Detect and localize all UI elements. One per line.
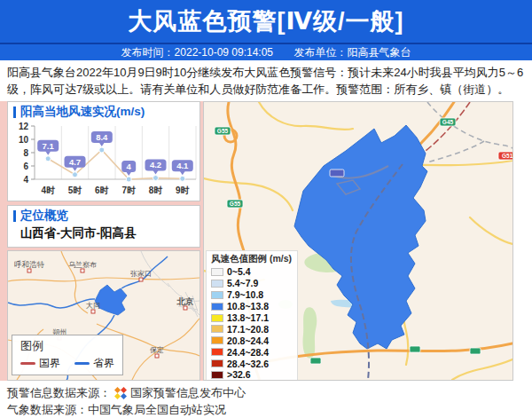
- svg-text:4: 4: [127, 162, 132, 171]
- data-source-line2: 气象数据来源：中国气象局全国自动站实况: [7, 401, 532, 418]
- city-label: 呼和浩特: [14, 260, 45, 269]
- svg-text:8: 8: [23, 148, 28, 158]
- map-legend-title: 图例: [20, 338, 114, 354]
- legend-swatch: [211, 359, 223, 367]
- chart-title: 阳高当地风速实况(m/s): [20, 104, 145, 120]
- legend-label: 国界: [39, 356, 60, 371]
- svg-text:4.2: 4.2: [150, 160, 161, 170]
- road-shield-label: G45: [442, 119, 454, 125]
- legend-range-label: 10.8~13.8: [227, 301, 269, 312]
- svg-text:5时: 5时: [68, 185, 82, 195]
- svg-text:4.1: 4.1: [176, 161, 189, 170]
- legend-range-label: 20.8~24.4: [227, 335, 269, 346]
- location-value: 山西省-大同市-阳高县: [8, 223, 200, 245]
- legend-swatch: [211, 314, 223, 322]
- wind-legend-title: 风速色值图例 (m/s): [211, 253, 293, 265]
- wind-legend-item: 10.8~13.8: [211, 301, 293, 312]
- map-legend: 图例 国界省界: [12, 335, 123, 375]
- footer: 预警信息数据来源： 国家预警信息发布中心 气象数据来源：中国气象局全国自动站实况: [0, 381, 532, 418]
- legend-range-label: 5.4~7.9: [227, 278, 258, 288]
- svg-text:4.7: 4.7: [69, 157, 81, 167]
- legend-label: 省界: [93, 356, 114, 371]
- city-marker: [155, 354, 159, 358]
- chart-header: 阳高当地风速实况(m/s): [8, 102, 200, 119]
- legend-range-label: 7.9~10.8: [227, 289, 263, 300]
- wind-legend-item: 20.8~24.4: [211, 335, 293, 346]
- city-marker: [81, 269, 84, 272]
- location-header: 定位概览: [8, 206, 200, 223]
- legend-swatch: [211, 280, 223, 288]
- city-label: 张家口: [130, 270, 152, 278]
- publish-unit-value: 阳高县气象台: [347, 46, 411, 59]
- svg-text:9时: 9时: [176, 185, 190, 195]
- svg-text:10: 10: [19, 135, 29, 145]
- legend-swatch: [211, 371, 223, 379]
- wind-legend-rows: 0~5.45.4~7.97.9~10.810.8~13.813.8~17.117…: [211, 266, 293, 381]
- boundary-legend-item: 国界: [20, 356, 60, 371]
- location-title: 定位概览: [20, 208, 68, 224]
- publish-time: 发布时间：2022-10-09 09:14:05: [121, 46, 273, 59]
- road-shield-label: G55: [217, 128, 229, 134]
- wind-speed-line-chart: 46810127.14时4.75时8.46时47时4.28时4.19时: [8, 119, 200, 201]
- svg-text:8时: 8时: [149, 185, 163, 195]
- publish-unit-label: 发布单位：: [293, 46, 347, 59]
- wind-map[interactable]: G55G55G45G512 风速色值图例 (m/s) 0~5.45.4~7.97…: [203, 101, 513, 381]
- wind-legend-item: 7.9~10.8: [211, 289, 293, 301]
- publish-time-value: 2022-10-09 09:14:05: [175, 46, 273, 59]
- publish-time-label: 发布时间：: [121, 46, 175, 59]
- legend-swatch: [211, 325, 223, 333]
- warning-banner: 大风蓝色预警[Ⅳ级/一般]: [0, 0, 532, 43]
- legend-range-label: 13.8~17.1: [227, 312, 269, 323]
- city-label: 大同: [86, 302, 100, 310]
- legend-swatch: [211, 303, 223, 311]
- city-marker: [139, 278, 143, 281]
- legend-range-label: >32.6: [227, 369, 251, 380]
- page-title: 大风蓝色预警[Ⅳ级/一般]: [128, 5, 403, 37]
- warning-center-logo-icon: [113, 386, 128, 400]
- legend-range-label: 24.4~28.4: [227, 347, 269, 358]
- svg-text:4: 4: [23, 175, 28, 185]
- legend-range-label: 17.1~20.8: [227, 324, 269, 335]
- map-legend-items: 国界省界: [20, 356, 114, 371]
- svg-text:4时: 4时: [41, 185, 55, 195]
- wind-legend-item: 24.4~28.4: [211, 346, 293, 358]
- svg-text:7.1: 7.1: [43, 141, 55, 151]
- overview-map[interactable]: 呼和浩特乌兰察布张家口大同北京朔州保定 图例 国界省界: [7, 250, 200, 381]
- wind-legend-item: 13.8~17.1: [211, 312, 293, 324]
- source-label: 预警信息数据来源：: [7, 384, 111, 401]
- legend-swatch: [211, 336, 223, 344]
- svg-text:8.4: 8.4: [96, 132, 108, 142]
- legend-line-swatch: [74, 362, 90, 365]
- city-marker: [27, 269, 31, 272]
- wind-legend-item: 5.4~7.9: [211, 278, 293, 289]
- wind-legend-item: 17.1~20.8: [211, 323, 293, 335]
- svg-text:6时: 6时: [95, 185, 109, 195]
- wind-legend-item: 28.4~32.6: [211, 358, 293, 369]
- city-marker: [91, 310, 95, 313]
- legend-swatch: [211, 291, 223, 299]
- city-label: 保定: [150, 346, 164, 354]
- legend-swatch: [211, 268, 223, 276]
- svg-text:6: 6: [23, 162, 28, 171]
- legend-range-label: 28.4~32.6: [227, 359, 269, 369]
- legend-line-swatch: [20, 362, 35, 365]
- publish-info-bar: 发布时间：2022-10-09 09:14:05 发布单位：阳高县气象台: [0, 43, 532, 60]
- main-content: 阳高当地风速实况(m/s) 46810127.14时4.75时8.46时47时4…: [0, 101, 532, 381]
- wind-legend-item: 0~5.4: [211, 266, 293, 278]
- wind-speed-chart-card: 阳高当地风速实况(m/s) 46810127.14时4.75时8.46时47时4…: [7, 101, 200, 201]
- city-label: 乌兰察布: [68, 261, 97, 269]
- section-accent-bar: [13, 210, 16, 222]
- location-card: 定位概览 山西省-大同市-阳高县: [7, 205, 200, 248]
- city-label: 北京: [176, 296, 195, 306]
- road-shield-label: G512: [502, 153, 512, 159]
- legend-swatch: [211, 348, 223, 356]
- warning-text: 阳高县气象台2022年10月9日9时10分继续发布大风蓝色预警信号：预计未来24…: [7, 64, 525, 98]
- road-shield-label: G55: [230, 201, 241, 207]
- wind-speed-legend: 风速色值图例 (m/s) 0~5.45.4~7.97.9~10.810.8~13…: [206, 250, 298, 381]
- warning-page: 大风蓝色预警[Ⅳ级/一般] 发布时间：2022-10-09 09:14:05 发…: [0, 0, 532, 418]
- left-column: 阳高当地风速实况(m/s) 46810127.14时4.75时8.46时47时4…: [7, 101, 200, 381]
- city-marker: [184, 306, 187, 310]
- publish-unit: 发布单位：阳高县气象台: [293, 46, 411, 59]
- section-accent-bar: [13, 106, 16, 118]
- data-source-line1: 预警信息数据来源： 国家预警信息发布中心: [7, 384, 532, 401]
